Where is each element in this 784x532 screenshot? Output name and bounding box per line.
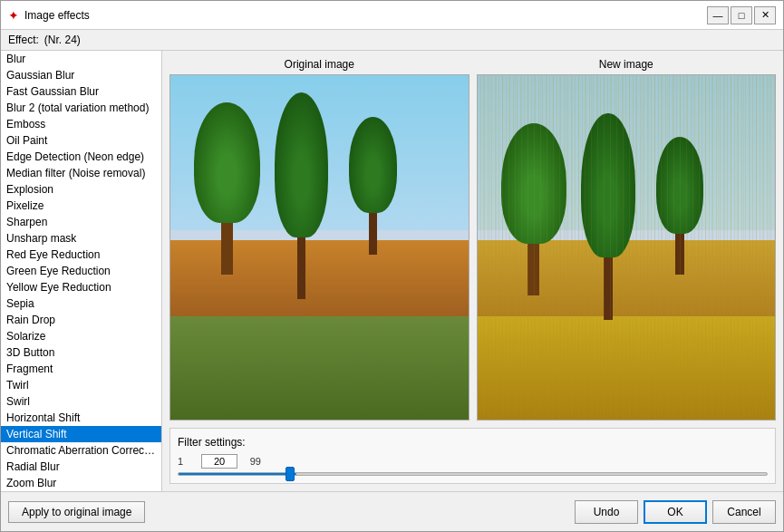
effect-value: (Nr. 24) [44, 34, 81, 46]
app-icon: ✦ [8, 8, 19, 23]
list-item[interactable]: Twirl [1, 377, 161, 393]
tree-right-orig [349, 117, 397, 255]
effect-bar: Effect: (Nr. 24) [1, 30, 783, 51]
shift-lines-detail [478, 75, 776, 420]
list-item-chromatic[interactable]: Chromatic Aberration Correction [1, 442, 161, 459]
slider-fill [179, 473, 296, 475]
new-image-box [477, 74, 777, 421]
list-item[interactable]: Emboss [1, 116, 161, 132]
original-image-label: Original image [169, 58, 469, 71]
list-item[interactable]: Median filter (Noise removal) [1, 165, 161, 181]
list-item[interactable]: Fragment [1, 361, 161, 377]
list-item[interactable]: Blur 2 (total variation method) [1, 100, 161, 116]
list-item[interactable]: Blur [1, 51, 161, 67]
images-row: Original image [169, 58, 776, 421]
close-button[interactable]: ✕ [754, 6, 776, 24]
new-image-panel: New image [477, 58, 777, 421]
effect-label: Effect: [8, 34, 39, 46]
slider-min-value: 1 [178, 456, 196, 467]
list-item[interactable]: Sepia [1, 295, 161, 312]
slider-row: 1 20 99 [178, 454, 768, 469]
slider-thumb[interactable] [286, 467, 295, 481]
effects-list[interactable]: Blur Gaussian Blur Fast Gaussian Blur Bl… [1, 51, 161, 491]
main-content: Blur Gaussian Blur Fast Gaussian Blur Bl… [1, 51, 783, 491]
list-item[interactable]: Oil Paint [1, 132, 161, 149]
list-item[interactable]: Pixelize [1, 198, 161, 214]
undo-button[interactable]: Undo [575, 500, 638, 524]
original-image-panel: Original image [169, 58, 469, 421]
original-image-box [169, 74, 469, 421]
list-item[interactable]: Zoom Blur [1, 475, 161, 491]
minimize-button[interactable]: — [707, 6, 729, 24]
filter-settings-label: Filter settings: [178, 436, 768, 449]
list-item[interactable]: Sharpen [1, 214, 161, 230]
sidebar: Blur Gaussian Blur Fast Gaussian Blur Bl… [1, 51, 162, 491]
list-item[interactable]: Rain Drop [1, 312, 161, 328]
list-item-yellow-eye[interactable]: Yellow Eye Reduction [1, 279, 161, 295]
list-item-green-eye[interactable]: Green Eye Reduction [1, 263, 161, 279]
list-item[interactable]: Solarize [1, 328, 161, 344]
list-item[interactable]: Edge Detection (Neon edge) [1, 149, 161, 165]
list-item[interactable]: 3D Button [1, 344, 161, 361]
list-item[interactable]: Unsharp mask [1, 230, 161, 247]
orig-ground [170, 316, 469, 420]
window-title: Image effects [24, 9, 90, 22]
list-item[interactable]: Fast Gaussian Blur [1, 83, 161, 100]
main-window: ✦ Image effects — □ ✕ Effect: (Nr. 24) B… [0, 0, 784, 532]
bottom-right: Undo OK Cancel [575, 500, 776, 524]
tree-mid-orig [275, 92, 328, 299]
list-item[interactable]: Swirl [1, 393, 161, 410]
filter-settings-area: Filter settings: 1 20 99 [169, 428, 776, 484]
bottom-left: Apply to original image [8, 501, 145, 523]
ok-button[interactable]: OK [644, 500, 707, 524]
list-item[interactable]: Gaussian Blur [1, 67, 161, 83]
list-item-red-eye[interactable]: Red Eye Reduction [1, 247, 161, 263]
maximize-button[interactable]: □ [731, 6, 752, 24]
list-item[interactable]: Radial Blur [1, 459, 161, 475]
slider-track[interactable] [178, 472, 768, 476]
tree-left-orig [194, 102, 259, 275]
slider-max-value: 99 [243, 456, 261, 467]
title-bar-left: ✦ Image effects [8, 8, 90, 23]
bottom-bar: Apply to original image Undo OK Cancel [1, 491, 783, 531]
new-image-label: New image [477, 58, 777, 71]
list-item-vertical-shift[interactable]: Vertical Shift [1, 426, 161, 442]
list-item[interactable]: Explosion [1, 181, 161, 198]
list-item[interactable]: Horizontal Shift [1, 410, 161, 426]
title-bar: ✦ Image effects — □ ✕ [1, 1, 783, 30]
full-slider-row [178, 472, 768, 476]
apply-button[interactable]: Apply to original image [8, 501, 145, 523]
slider-value-box[interactable]: 20 [201, 454, 237, 469]
title-controls: — □ ✕ [707, 6, 776, 24]
right-panel: Original image [162, 51, 783, 491]
cancel-button[interactable]: Cancel [712, 500, 776, 524]
